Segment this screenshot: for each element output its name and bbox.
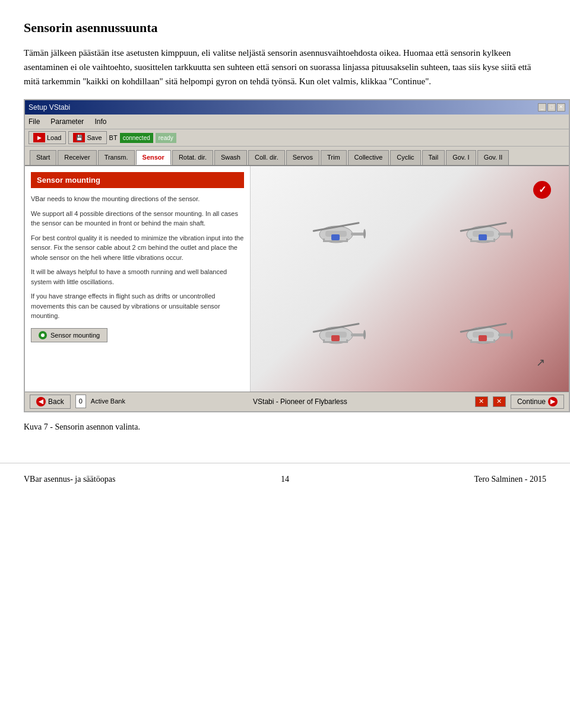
tab-cyclic[interactable]: Cyclic [390,150,420,165]
left-text-2: We support all 4 possible directions of … [31,209,244,228]
svg-rect-27 [331,335,340,341]
svg-rect-36 [479,335,487,341]
continue-label: Continue [517,398,546,406]
menu-info[interactable]: Info [93,116,107,128]
right-panel[interactable]: ✓ [251,166,569,392]
tab-coll-dir[interactable]: Coll. dir. [248,150,285,165]
footer-left: VBar asennus- ja säätöopas [24,473,115,485]
close-button[interactable]: ✕ [557,103,565,112]
menu-bar: File Parameter Info [25,115,569,129]
sensor-mounting-header: Sensor mounting [31,172,244,189]
app-window: Setup VStabi _ □ ✕ File Parameter Info ▶… [24,99,570,412]
svg-rect-9 [331,234,340,240]
tab-collective[interactable]: Collective [348,150,390,165]
left-text-4: It will be always helpful to have a smoo… [31,267,244,287]
heli-cell-3[interactable] [262,279,410,380]
menu-file[interactable]: File [27,116,41,128]
checkmark-badge: ✓ [533,181,551,199]
status-bar: ◀ Back 0 Active Bank VStabi - Pioneer of… [25,392,569,411]
sensor-mounting-btn-label: Sensor mounting [50,332,100,339]
heli-cell-2[interactable]: ✓ [410,178,557,279]
nav-tabs-bar: Start Receiver Transm. Sensor Rotat. dir… [25,147,569,166]
svg-rect-25 [323,339,325,343]
svg-point-0 [41,333,45,337]
tab-sensor[interactable]: Sensor [136,150,171,165]
load-button[interactable]: ▶ Load [28,131,66,144]
svg-rect-18 [479,234,487,240]
x-button-2[interactable]: ✕ [493,396,506,407]
main-area: Sensor mounting VBar needs to know the m… [25,166,569,392]
active-bank-value: 0 [75,395,86,408]
back-button[interactable]: ◀ Back [30,395,71,409]
back-label: Back [48,398,64,406]
svg-rect-15 [470,240,495,242]
sensor-icon [39,331,47,339]
status-connected: connected [120,133,153,143]
page-content: Sensorin asennussuunta Tämän jälkeen pää… [0,0,570,463]
sensor-mounting-button[interactable]: Sensor mounting [31,328,107,342]
left-text-3: For best control quality it is needed to… [31,233,244,263]
tab-gov-i[interactable]: Gov. I [446,150,476,165]
tab-start[interactable]: Start [30,150,56,165]
save-button[interactable]: 💾 Save [68,131,106,144]
footer-right: Tero Salminen - 2015 [474,473,547,485]
svg-rect-16 [470,239,472,242]
tab-rotat-dir[interactable]: Rotat. dir. [172,150,213,165]
body-text: Tämän jälkeen päästään itse asetusten ki… [24,46,546,88]
helicopter-svg-2[interactable] [448,199,519,258]
svg-rect-26 [346,339,348,343]
center-text: VStabi - Pioneer of Flybarless [130,396,470,407]
svg-rect-24 [323,341,348,343]
svg-rect-6 [323,240,348,242]
tab-tail[interactable]: Tail [422,150,445,165]
left-text-5: If you have strange effects in flight su… [31,291,244,321]
save-icon: 💾 [73,133,85,142]
page-title: Sensorin asennussuunta [24,18,546,37]
active-bank-label: Active Bank [91,396,125,406]
tab-swash[interactable]: Swash [214,150,247,165]
svg-point-13 [511,229,513,239]
left-text-1: VBar needs to know the mounting directio… [31,194,244,204]
tab-gov-ii[interactable]: Gov. II [477,150,509,165]
title-bar-controls: _ □ ✕ [538,103,565,112]
app-title: Setup VStabi [28,102,70,113]
load-icon: ▶ [33,133,45,142]
heli-cell-1[interactable] [262,178,410,279]
svg-rect-33 [470,341,495,343]
svg-rect-35 [493,339,495,343]
continue-icon: ▶ [548,397,558,406]
tab-receiver[interactable]: Receiver [58,150,96,165]
page-footer: VBar asennus- ja säätöopas 14 Tero Salmi… [0,463,570,495]
bt-label: BT [109,133,118,143]
continue-button[interactable]: Continue ▶ [511,395,564,409]
tab-servos[interactable]: Servos [286,150,319,165]
title-bar: Setup VStabi _ □ ✕ [25,100,569,115]
helicopter-svg-4[interactable] [448,300,519,359]
toolbar: ▶ Load 💾 Save BT connected ready [25,129,569,147]
heli-cell-4[interactable]: ↗ [410,279,557,380]
tab-transm[interactable]: Transm. [98,150,135,165]
load-label: Load [47,134,61,141]
svg-point-31 [511,330,513,339]
left-panel: Sensor mounting VBar needs to know the m… [25,166,251,392]
back-icon: ◀ [36,397,46,406]
image-caption: Kuva 7 - Sensorin asennon valinta. [24,421,546,433]
tab-trim[interactable]: Trim [321,150,347,165]
svg-rect-8 [346,239,348,242]
menu-parameter[interactable]: Parameter [49,116,85,128]
svg-rect-34 [470,339,472,343]
svg-rect-17 [493,239,495,242]
svg-point-22 [363,330,366,339]
svg-rect-7 [323,239,325,242]
save-label: Save [87,134,102,141]
status-ready: ready [156,133,176,143]
footer-page-number: 14 [281,473,289,485]
maximize-button[interactable]: □ [547,103,556,112]
svg-point-4 [363,229,366,239]
cursor-icon: ↗ [536,355,545,371]
helicopter-svg-3[interactable] [300,300,372,359]
x-button-1[interactable]: ✕ [475,396,488,407]
helicopter-svg-1[interactable] [300,199,372,258]
minimize-button[interactable]: _ [538,103,546,112]
